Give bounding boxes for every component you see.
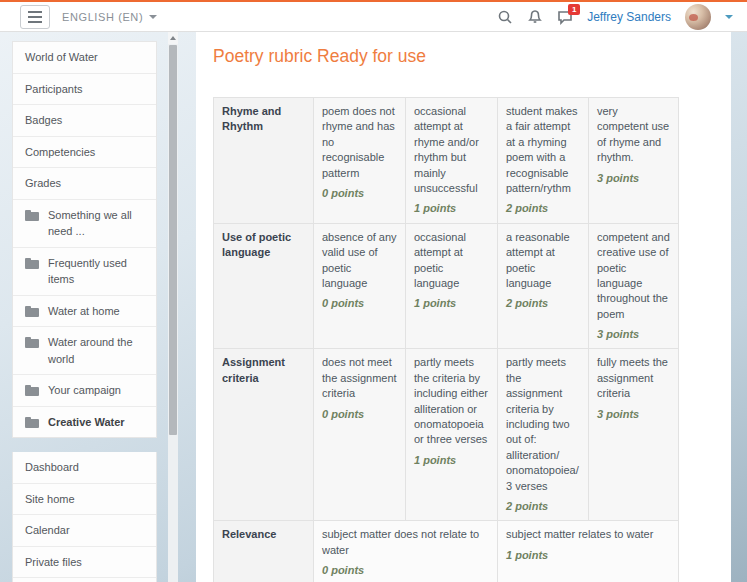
sidebar-item-creative-water[interactable]: Creative Water	[13, 407, 156, 438]
level-score: 0 points	[322, 296, 397, 311]
sidebar-item-dashboard[interactable]: Dashboard	[13, 452, 156, 484]
message-count-badge: 1	[568, 4, 580, 15]
level-score: 0 points	[322, 563, 489, 578]
level-definition: very competent use of rhyme and rhythm.	[597, 104, 670, 166]
level-definition: fully meets the assignment criteria	[597, 355, 670, 401]
level-score: 2 points	[506, 499, 580, 514]
sidebar-item-label: World of Water	[25, 49, 98, 66]
level-definition: competent and creative use of poetic lan…	[597, 230, 670, 322]
folder-icon	[25, 385, 39, 396]
sidebar-item-my-courses[interactable]: My courses	[13, 578, 156, 582]
sidebar-item-label: Badges	[25, 112, 62, 129]
level-definition: subject matter relates to water	[506, 527, 670, 542]
rubric-level: poem does not rhyme and has no recognisa…	[314, 98, 406, 224]
hamburger-icon[interactable]	[20, 5, 50, 29]
user-name-link[interactable]: Jeffrey Sanders	[587, 10, 671, 24]
rubric-table: Rhyme and Rhythm poem does not rhyme and…	[213, 97, 679, 582]
avatar[interactable]	[685, 4, 711, 30]
sidebar-item-something-we-all-need[interactable]: Something we all need ...	[13, 200, 156, 248]
rubric-row: Use of poetic language absence of any va…	[214, 223, 679, 349]
rubric-level: subject matter does not relate to water0…	[314, 521, 498, 582]
sidebar-item-frequently-used-items[interactable]: Frequently used items	[13, 248, 156, 296]
level-score: 3 points	[597, 327, 670, 342]
rubric-level: partly meets the criteria by including e…	[406, 349, 498, 521]
sidebar-item-calendar[interactable]: Calendar	[13, 515, 156, 547]
rubric-level: competent and creative use of poetic lan…	[589, 223, 679, 349]
bell-icon[interactable]	[527, 9, 543, 25]
rubric-row: Relevance subject matter does not relate…	[214, 521, 679, 582]
sidebar-item-water-around-the-world[interactable]: Water around the world	[13, 327, 156, 375]
scroll-up-icon[interactable]	[168, 32, 178, 44]
scrollbar-thumb[interactable]	[169, 45, 177, 435]
rubric-row: Assignment criteria does not meet the as…	[214, 349, 679, 521]
sidebar-item-label: Dashboard	[25, 459, 79, 476]
sidebar-item-label: Competencies	[25, 144, 95, 161]
level-score: 1 points	[414, 296, 489, 311]
sidebar-item-participants[interactable]: Participants	[13, 74, 156, 106]
level-definition: does not meet the assignment criteria	[322, 355, 397, 401]
folder-icon	[25, 210, 39, 221]
level-definition: occasional attempt at rhyme and/or rhyth…	[414, 104, 489, 196]
chat-icon[interactable]: 1	[557, 9, 573, 25]
level-definition: subject matter does not relate to water	[322, 527, 489, 558]
folder-icon	[25, 417, 39, 428]
level-definition: partly meets the assignment criteria by …	[506, 355, 580, 494]
top-navbar: ENGLISH (EN) 1 Jeffrey Sanders	[0, 2, 747, 32]
sidebar-item-label: Water around the world	[48, 334, 148, 367]
rubric-level: fully meets the assignment criteria3 poi…	[589, 349, 679, 521]
folder-icon	[25, 306, 39, 317]
criterion-name: Assignment criteria	[214, 349, 314, 521]
level-definition: partly meets the criteria by including e…	[414, 355, 489, 447]
sidebar-item-badges[interactable]: Badges	[13, 105, 156, 137]
main-content: Poetry rubric Ready for use Rhyme and Rh…	[196, 32, 731, 582]
language-label: ENGLISH (EN)	[62, 11, 143, 23]
sidebar-item-label: Site home	[25, 491, 75, 508]
sidebar-item-private-files[interactable]: Private files	[13, 547, 156, 579]
sidebar-item-label: Creative Water	[48, 414, 125, 431]
rubric-level: subject matter relates to water1 points	[498, 521, 679, 582]
level-definition: absence of any valid use of poetic langu…	[322, 230, 397, 292]
rubric-level: absence of any valid use of poetic langu…	[314, 223, 406, 349]
rubric-level: student makes a fair attempt at a rhymin…	[498, 98, 589, 224]
level-definition: occasional attempt at poetic language	[414, 230, 489, 292]
search-icon[interactable]	[497, 9, 513, 25]
sidebar-item-water-at-home[interactable]: Water at home	[13, 296, 156, 328]
folder-icon	[25, 258, 39, 269]
sidebar-item-world-of-water[interactable]: World of Water	[13, 42, 156, 74]
rubric-row: Rhyme and Rhythm poem does not rhyme and…	[214, 98, 679, 224]
rubric-level: partly meets the assignment criteria by …	[498, 349, 589, 521]
sidebar-item-label: Private files	[25, 554, 82, 571]
level-definition: student makes a fair attempt at a rhymin…	[506, 104, 580, 196]
level-score: 1 points	[414, 453, 489, 468]
level-score: 3 points	[597, 407, 670, 422]
rubric-level: a reasonable attempt at poetic language2…	[498, 223, 589, 349]
sidebar-item-label: Grades	[25, 175, 61, 192]
level-score: 3 points	[597, 171, 670, 186]
sidebar-item-grades[interactable]: Grades	[13, 168, 156, 200]
sidebar-scrollbar[interactable]	[168, 32, 178, 582]
sidebar-item-label: Your campaign	[48, 382, 121, 399]
sidebar-item-label: Something we all need ...	[48, 207, 148, 240]
sidebar-item-your-campaign[interactable]: Your campaign	[13, 375, 156, 407]
level-score: 1 points	[506, 548, 670, 563]
sidebar-item-label: Frequently used items	[48, 255, 148, 288]
criterion-name: Rhyme and Rhythm	[214, 98, 314, 224]
level-score: 0 points	[322, 407, 397, 422]
rubric-level: occasional attempt at rhyme and/or rhyth…	[406, 98, 498, 224]
sidebar-item-site-home[interactable]: Site home	[13, 484, 156, 516]
brand-top-line	[0, 0, 747, 2]
user-menu-chevron-icon[interactable]	[725, 15, 733, 19]
level-score: 0 points	[322, 186, 397, 201]
level-score: 1 points	[414, 201, 489, 216]
sidebar-nav: World of Water Participants Badges Compe…	[12, 32, 157, 582]
sidebar-item-label: Calendar	[25, 522, 70, 539]
level-definition: poem does not rhyme and has no recognisa…	[322, 104, 397, 181]
chevron-down-icon	[149, 15, 157, 19]
sidebar-item-label: Participants	[25, 81, 82, 98]
language-menu[interactable]: ENGLISH (EN)	[62, 11, 157, 23]
criterion-name: Use of poetic language	[214, 223, 314, 349]
criterion-name: Relevance	[214, 521, 314, 582]
rubric-level: occasional attempt at poetic language1 p…	[406, 223, 498, 349]
sidebar-item-competencies[interactable]: Competencies	[13, 137, 156, 169]
page-title: Poetry rubric Ready for use	[213, 46, 714, 67]
